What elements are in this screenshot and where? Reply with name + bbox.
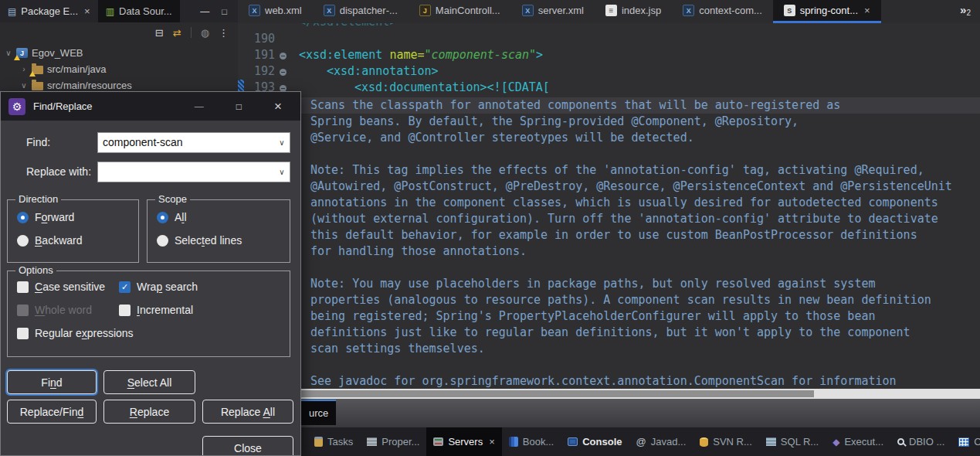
- code-viewport[interactable]: </xsd:element> 190 191 <xsd:element name…: [238, 23, 980, 389]
- replace-all-button[interactable]: Replace All: [202, 400, 293, 424]
- tree-item-label: Egov_WEB: [32, 47, 83, 59]
- close-icon[interactable]: ×: [489, 436, 495, 447]
- find-value[interactable]: component-scan: [98, 133, 274, 152]
- radio-off-icon[interactable]: [17, 235, 29, 247]
- collapse-all-icon[interactable]: ⊟: [155, 27, 164, 39]
- line-number: 190: [246, 31, 275, 47]
- doc-line: [238, 260, 980, 276]
- warning-overlay-icon: [29, 71, 36, 77]
- editor-tab-maincontroller[interactable]: J MainControll...: [409, 0, 511, 23]
- chevron-down-icon[interactable]: ∨: [274, 133, 290, 152]
- checkbox-case-sensitive[interactable]: Case sensitive: [17, 281, 105, 293]
- tab-package-explorer[interactable]: ▤ Package E... ×: [0, 0, 98, 22]
- console-icon: [568, 437, 578, 446]
- radio-all[interactable]: All: [157, 211, 187, 223]
- tab-label: dispatcher-...: [340, 5, 398, 16]
- find-replace-dialog: ⚙ Find/Replace — □ × Find: component-sca…: [0, 91, 301, 456]
- replace-find-button[interactable]: Replace/Find: [7, 400, 97, 424]
- checkbox-wrap-search[interactable]: Wrap search: [119, 281, 198, 293]
- chevron-down-icon[interactable]: ∨: [274, 162, 290, 182]
- close-icon[interactable]: ×: [864, 5, 870, 16]
- tab-source[interactable]: urce: [301, 400, 336, 425]
- editor-tab-server-xml[interactable]: X server.xml: [511, 0, 595, 23]
- maximize-icon[interactable]: □: [222, 7, 227, 16]
- doc-line: Note: You may use placeholders in packag…: [238, 276, 980, 292]
- code-text: <xsd:annotation>: [327, 63, 439, 80]
- sql-results-icon: [766, 437, 776, 446]
- svn-repo-icon: [700, 437, 708, 447]
- editor-tab-dispatcher[interactable]: X dispatcher-...: [313, 0, 409, 23]
- find-input[interactable]: component-scan ∨: [97, 132, 290, 153]
- xml-tag: <xsd:element: [299, 48, 382, 62]
- select-all-button[interactable]: Select All: [103, 370, 195, 394]
- chevron-down-icon[interactable]: ∨: [20, 81, 28, 90]
- editor-tab-context-common[interactable]: X context-com...: [672, 0, 773, 23]
- replace-input[interactable]: ∨: [97, 162, 290, 182]
- dialog-titlebar[interactable]: ⚙ Find/Replace — □ ×: [1, 92, 300, 121]
- radio-forward[interactable]: Forward: [17, 211, 74, 223]
- tab-svn-repositories[interactable]: SVN R...: [693, 427, 759, 456]
- fold-marker-icon[interactable]: [280, 69, 287, 76]
- close-icon[interactable]: ×: [84, 5, 90, 17]
- chevron-down-icon[interactable]: ∨: [5, 49, 12, 57]
- minimize-icon[interactable]: —: [200, 6, 209, 17]
- focus-icon[interactable]: ◍: [201, 27, 209, 39]
- link-with-editor-icon[interactable]: ⇄: [173, 27, 181, 39]
- tree-item-project[interactable]: ∨ J Egov_WEB: [0, 45, 238, 61]
- tab-bookmarks[interactable]: Book...: [502, 427, 561, 456]
- radio-selected-lines[interactable]: Selected lines: [157, 234, 242, 247]
- tab-label: Servers: [448, 436, 483, 447]
- view-menu-icon[interactable]: ⋮: [219, 27, 229, 39]
- doc-line: this default behavior, for example in or…: [238, 227, 980, 243]
- checkbox-off-icon[interactable]: [119, 305, 131, 316]
- chevron-right-icon[interactable]: ›: [20, 65, 28, 73]
- radio-backward[interactable]: Backward: [17, 234, 82, 247]
- scrollbar-thumb[interactable]: [239, 390, 814, 397]
- tab-clipped[interactable]: C: [951, 427, 980, 456]
- doc-line: @Service, and @Controller stereotypes wi…: [238, 130, 980, 146]
- close-button[interactable]: Close: [202, 436, 293, 456]
- warning-overlay-icon: [14, 55, 20, 60]
- checkbox-off-icon[interactable]: [17, 281, 29, 293]
- radio-off-icon[interactable]: [157, 235, 168, 247]
- find-button[interactable]: Find: [7, 370, 97, 394]
- tab-overflow-indicator[interactable]: » 2: [960, 0, 980, 23]
- tab-execution[interactable]: ◆ Execut...: [826, 427, 890, 456]
- checkbox-off-icon[interactable]: [17, 328, 29, 339]
- magnifier-icon: [897, 438, 904, 445]
- replace-button[interactable]: Replace: [103, 400, 195, 424]
- checkbox-on-icon[interactable]: [119, 281, 131, 293]
- editor-tab-index-jsp[interactable]: ≡ index.jsp: [595, 0, 672, 23]
- replace-value[interactable]: [98, 162, 274, 182]
- fold-marker-icon[interactable]: [280, 53, 287, 60]
- horizontal-scrollbar[interactable]: [238, 389, 980, 399]
- doc-line: for handling those annotations.: [238, 243, 980, 260]
- radio-on-icon[interactable]: [157, 212, 168, 223]
- group-title: Direction: [15, 193, 61, 205]
- tab-sql-results[interactable]: SQL R...: [759, 427, 826, 456]
- editor-tab-web-xml[interactable]: X web.xml: [238, 0, 313, 23]
- tab-tasks[interactable]: Tasks: [307, 427, 360, 456]
- tree-item-src-java[interactable]: › src/main/java: [0, 61, 238, 77]
- tab-properties[interactable]: Proper...: [360, 427, 426, 456]
- tab-dbio[interactable]: DBIO ...: [890, 427, 951, 456]
- tab-data-source[interactable]: ▥ Data Sour...: [98, 0, 180, 22]
- minimize-icon[interactable]: —: [195, 101, 204, 112]
- group-title: Scope: [155, 193, 190, 205]
- tab-javadoc[interactable]: @ Javad...: [629, 427, 693, 456]
- editor-tab-spring-context[interactable]: S spring-cont... ×: [773, 0, 881, 23]
- doc-line: scan settings themselves.: [238, 341, 980, 357]
- xml-attr: name=: [382, 48, 424, 62]
- checkbox-incremental[interactable]: Incremental: [119, 304, 193, 316]
- tab-servers[interactable]: Servers ×: [426, 427, 501, 456]
- documentation-text: Scans the classpath for annotated compon…: [238, 97, 980, 389]
- close-icon[interactable]: ×: [274, 99, 282, 114]
- radio-on-icon[interactable]: [17, 212, 29, 223]
- replace-label: Replace with:: [26, 165, 91, 178]
- options-group: Options Case sensitive Wrap search Whole…: [7, 271, 290, 357]
- tab-console[interactable]: Console: [561, 427, 629, 456]
- checkbox-regular-expressions[interactable]: Regular expressions: [17, 327, 134, 339]
- maximize-icon[interactable]: □: [236, 101, 242, 112]
- code-text: <xsd:documentation><![CDATA[: [354, 80, 550, 96]
- tab-label: Package E...: [21, 5, 78, 17]
